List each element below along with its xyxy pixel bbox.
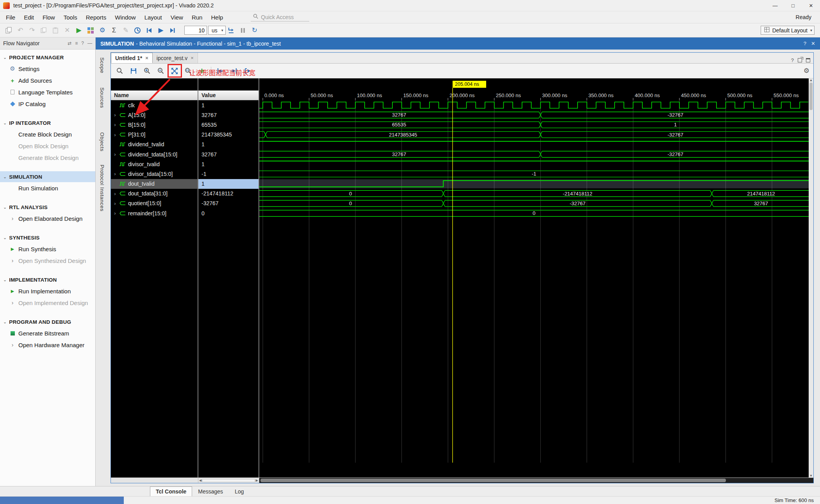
- scroll-up-icon[interactable]: ▲: [809, 78, 813, 82]
- signal-name-divisor_tvalid[interactable]: divisor_tvalid: [111, 159, 198, 169]
- vertical-scrollbar[interactable]: ▲ ▼: [809, 78, 813, 477]
- run-for-time-icon[interactable]: [167, 25, 178, 36]
- run-all-icon[interactable]: ▶: [155, 25, 166, 36]
- expand-icon[interactable]: ›: [112, 201, 118, 206]
- fn-section-implementation[interactable]: ⌄IMPLEMENTATION: [0, 274, 95, 285]
- signal-value-P[interactable]: 2147385345: [198, 130, 258, 140]
- wave-scrollbar[interactable]: [259, 478, 813, 483]
- side-tab-sources[interactable]: Sources: [99, 87, 105, 108]
- run-time-input[interactable]: [184, 26, 207, 35]
- probe-icon[interactable]: [132, 25, 143, 36]
- layout-select[interactable]: Default Layout ▾: [761, 26, 815, 35]
- expand-icon[interactable]: ›: [112, 151, 118, 157]
- menu-view[interactable]: View: [166, 11, 187, 23]
- fn-item-generate-bitstream[interactable]: Generate Bitstream: [0, 327, 95, 339]
- fn-section-simulation[interactable]: ⌄SIMULATION: [0, 171, 95, 182]
- relaunch-icon[interactable]: ↻: [249, 25, 260, 36]
- menu-layout[interactable]: Layout: [140, 11, 166, 23]
- fn-item-settings[interactable]: ⚙Settings: [0, 63, 95, 75]
- waveform-canvas[interactable]: 0.000 ns50.000 ns100.000 ns150.000 ns200…: [259, 78, 809, 477]
- scrollbar-track[interactable]: [202, 479, 255, 482]
- restart-icon[interactable]: [144, 25, 155, 36]
- console-tab-tcl-console[interactable]: Tcl Console: [150, 486, 192, 496]
- fn-section-ip-integrator[interactable]: ⌄IP INTEGRATOR: [0, 117, 95, 128]
- signal-value-clk[interactable]: 1: [198, 100, 258, 110]
- doc-tab-ipcore-test-v[interactable]: ipcore_test.v×: [153, 53, 198, 63]
- redo-icon[interactable]: ↷: [27, 25, 37, 36]
- signal-name-P[interactable]: ›P[31:0]: [111, 130, 198, 140]
- waveform-area[interactable]: 0.000 ns50.000 ns100.000 ns150.000 ns200…: [259, 78, 809, 477]
- goto-time-icon[interactable]: [242, 66, 253, 76]
- close-button[interactable]: ✕: [802, 0, 820, 11]
- menu-tools[interactable]: Tools: [59, 11, 82, 23]
- console-tab-messages[interactable]: Messages: [192, 486, 229, 496]
- side-tab-objects[interactable]: Objects: [99, 132, 105, 151]
- signal-value-dout_tdata[interactable]: -2147418112: [198, 189, 258, 199]
- scroll-left-icon[interactable]: ◀: [199, 479, 201, 482]
- fn-item-open-hardware-manager[interactable]: ›Open Hardware Manager: [0, 339, 95, 351]
- wave-scrollbar-thumb[interactable]: [260, 479, 726, 482]
- fn-switch-icon[interactable]: ⇄: [68, 41, 71, 46]
- zoom-out-icon[interactable]: [155, 66, 166, 76]
- delete-icon[interactable]: ✕: [62, 25, 73, 36]
- float-window-icon[interactable]: [798, 58, 802, 62]
- quick-access-search[interactable]: Quick Access: [251, 13, 309, 21]
- find-icon[interactable]: [114, 66, 125, 76]
- window-help-icon[interactable]: ?: [791, 57, 794, 63]
- reports-icon[interactable]: [85, 25, 96, 36]
- signal-name-divisor_tdata[interactable]: ›divisor_tdata[15:0]: [111, 169, 198, 179]
- save-icon[interactable]: [128, 66, 139, 76]
- expand-icon[interactable]: ›: [112, 191, 118, 197]
- zoom-fit-icon[interactable]: [169, 66, 180, 76]
- fn-menu-icon[interactable]: ≡: [75, 41, 78, 46]
- minimize-button[interactable]: —: [766, 0, 784, 11]
- paste-icon[interactable]: [50, 25, 61, 36]
- expand-icon[interactable]: ›: [112, 132, 118, 138]
- expand-icon[interactable]: ›: [112, 210, 118, 216]
- signal-value-dout_tvalid[interactable]: 1: [198, 179, 258, 189]
- banner-close-icon[interactable]: ✕: [811, 41, 815, 46]
- name-column-header[interactable]: Name: [111, 91, 198, 100]
- fn-item-run-simulation[interactable]: Run Simulation: [0, 182, 95, 194]
- tab-close-icon[interactable]: ×: [145, 55, 148, 61]
- signal-name-B[interactable]: ›B[15:0]: [111, 120, 198, 130]
- zoom-in-icon[interactable]: [142, 66, 153, 76]
- signal-value-remainder[interactable]: 0: [198, 208, 258, 218]
- fn-section-project-manager[interactable]: ⌄PROJECT MANAGER: [0, 52, 95, 63]
- signal-value-divisor_tdata[interactable]: -1: [198, 169, 258, 179]
- signal-name-quotient[interactable]: ›quotient[15:0]: [111, 199, 198, 208]
- signal-value-A[interactable]: 32767: [198, 110, 258, 120]
- banner-help-icon[interactable]: ?: [804, 41, 806, 46]
- expand-icon[interactable]: ›: [112, 171, 118, 177]
- maximize-window-icon[interactable]: [806, 58, 810, 62]
- fn-item-add-sources[interactable]: +Add Sources: [0, 75, 95, 86]
- fn-item-open-elaborated-design[interactable]: ›Open Elaborated Design: [0, 213, 95, 224]
- menu-file[interactable]: File: [2, 11, 20, 23]
- doc-tab-untitled-1-[interactable]: Untitled 1*×: [111, 53, 153, 63]
- pause-icon[interactable]: [237, 25, 248, 36]
- expand-icon[interactable]: ›: [112, 122, 118, 128]
- fn-section-program-and-debug[interactable]: ⌄PROGRAM AND DEBUG: [0, 316, 95, 327]
- fn-item-create-block-design[interactable]: Create Block Design: [0, 128, 95, 140]
- menu-window[interactable]: Window: [111, 11, 140, 23]
- menu-reports[interactable]: Reports: [82, 11, 111, 23]
- next-transition-icon[interactable]: [228, 66, 239, 76]
- side-tab-protocol-instances[interactable]: Protocol Instances: [99, 165, 105, 211]
- side-tab-scope[interactable]: Scope: [99, 57, 105, 73]
- fn-collapse-icon[interactable]: —: [87, 41, 92, 46]
- signal-value-dividend_tdata[interactable]: 32767: [198, 149, 258, 159]
- run-icon[interactable]: ▶: [73, 25, 84, 36]
- fn-item-language-templates[interactable]: Language Templates: [0, 86, 95, 98]
- menu-help[interactable]: Help: [207, 11, 227, 23]
- signal-value-dividend_tvalid[interactable]: 1: [198, 140, 258, 149]
- fn-section-rtl-analysis[interactable]: ⌄RTL ANALYSIS: [0, 202, 95, 213]
- value-column-header[interactable]: Value: [198, 91, 258, 100]
- edit-icon[interactable]: ✎: [120, 25, 131, 36]
- prev-transition-icon[interactable]: [215, 66, 226, 76]
- signal-name-A[interactable]: ›A[15:0]: [111, 110, 198, 120]
- signal-value-B[interactable]: 65535: [198, 120, 258, 130]
- sum-icon[interactable]: Σ: [109, 25, 119, 36]
- settings-icon[interactable]: ⚙: [97, 25, 108, 36]
- menu-run[interactable]: Run: [187, 11, 207, 23]
- names-scrollbar[interactable]: ◀ ▶: [198, 478, 259, 483]
